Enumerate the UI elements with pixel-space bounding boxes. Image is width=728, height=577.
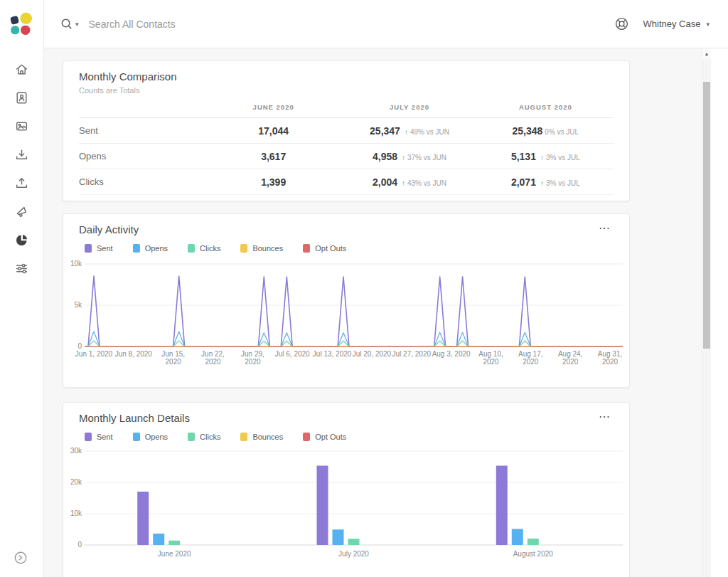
table-row: Clicks1,3992,004↑43% vs JUN2,071↑3% vs J…: [79, 169, 614, 195]
svg-text:Jun 15,2020: Jun 15,2020: [161, 350, 185, 366]
card-subtitle: Counts are Totals: [79, 86, 177, 95]
legend-label: Opt Outs: [315, 244, 346, 253]
user-menu[interactable]: Whitney Case: [643, 18, 701, 29]
metric-value: 2,071: [511, 176, 536, 188]
svg-text:Jul 6, 2020: Jul 6, 2020: [275, 350, 310, 358]
reports-icon: [14, 233, 29, 248]
svg-text:Aug 31,2020: Aug 31,2020: [598, 350, 622, 366]
contacts-icon: [14, 90, 29, 105]
app-logo[interactable]: [9, 11, 36, 38]
metric-cell: 5,131↑3% vs JUL: [478, 151, 614, 162]
legend-item-bounces[interactable]: Bounces: [240, 433, 283, 441]
metric-cell: 3,617: [205, 151, 341, 162]
legend-item-opt-outs[interactable]: Opt Outs: [303, 244, 346, 253]
legend-item-opens[interactable]: Opens: [133, 244, 168, 253]
legend-item-sent[interactable]: Sent: [85, 244, 113, 253]
svg-text:Aug 17,2020: Aug 17,2020: [518, 350, 542, 366]
more-menu-icon[interactable]: ⋯: [596, 412, 614, 422]
legend-item-clicks[interactable]: Clicks: [188, 433, 220, 441]
sidebar-item-campaigns[interactable]: [14, 118, 31, 134]
sidebar-nav: [14, 61, 31, 276]
svg-text:10k: 10k: [70, 509, 82, 517]
search-placeholder: Search All Contacts: [89, 18, 176, 30]
svg-text:Jun 22,2020: Jun 22,2020: [201, 350, 225, 366]
row-label: Sent: [79, 125, 205, 136]
metric-change: 3% vs JUL: [546, 154, 580, 162]
svg-text:Aug 3, 2020: Aug 3, 2020: [432, 350, 471, 358]
svg-text:Jun 29,2020: Jun 29,2020: [241, 350, 264, 366]
monthly-launch-bar-chart[interactable]: 010k20k30kJune 2020July 2020August 2020: [63, 444, 629, 572]
main-content: Monthly Comparison Counts are Totals JUN…: [44, 48, 728, 577]
svg-text:Jul 27, 2020: Jul 27, 2020: [392, 350, 432, 358]
legend-label: Bounces: [252, 244, 283, 253]
sidebar-item-settings-sliders[interactable]: [14, 260, 31, 276]
sidebar: [0, 0, 44, 577]
daily-activity-line-chart[interactable]: 05k10kJun 1, 2020Jun 8, 2020Jun 15,2020J…: [63, 255, 629, 375]
metric-cell: 2,071↑3% vs JUL: [478, 176, 614, 188]
legend-swatch-icon: [240, 244, 247, 253]
metric-value: 25,347: [370, 125, 400, 137]
metric-change: 0% vs JUL: [545, 128, 579, 136]
metric-cell: 2,004↑43% vs JUN: [341, 176, 477, 188]
legend-item-opt-outs[interactable]: Opt Outs: [303, 433, 346, 441]
daily-activity-card: Daily Activity ⋯ SentOpensClicksBouncesO…: [63, 213, 630, 388]
trend-up-icon: ↑: [405, 128, 408, 136]
search-icon: [60, 17, 73, 31]
sidebar-item-announcements[interactable]: [14, 203, 31, 219]
sidebar-item-download[interactable]: [14, 147, 31, 162]
svg-text:5k: 5k: [74, 301, 82, 309]
help-icon[interactable]: [614, 16, 629, 31]
search-input[interactable]: ▾ Search All Contacts: [60, 17, 176, 31]
metric-value: 17,044: [258, 125, 289, 137]
collapse-sidebar-icon[interactable]: [13, 550, 28, 568]
sidebar-item-reports[interactable]: [14, 232, 31, 248]
svg-text:10k: 10k: [70, 260, 82, 268]
legend-item-bounces[interactable]: Bounces: [240, 244, 283, 253]
svg-text:Jun 1, 2020: Jun 1, 2020: [75, 350, 113, 358]
table-row: Opens3,6174,958↑37% vs JUN5,131↑3% vs JU…: [79, 144, 614, 169]
metric-value: 4,958: [373, 151, 397, 162]
chart-legend: SentOpensClicksBouncesOpt Outs: [63, 235, 629, 253]
monthly-comparison-card: Monthly Comparison Counts are Totals JUN…: [63, 60, 630, 201]
row-label: Opens: [79, 151, 205, 162]
metric-cell: 1,399: [205, 176, 341, 188]
metric-value: 3,617: [261, 151, 286, 162]
legend-item-clicks[interactable]: Clicks: [188, 244, 220, 253]
metric-change: 3% vs JUL: [546, 179, 580, 187]
trend-up-icon: ↑: [540, 154, 544, 162]
legend-label: Clicks: [200, 244, 220, 253]
scroll-up-arrow-icon[interactable]: ▲: [702, 48, 711, 59]
metric-cell: 4,958↑37% vs JUN: [341, 151, 477, 162]
legend-swatch-icon: [85, 433, 92, 441]
more-menu-icon[interactable]: ⋯: [596, 223, 614, 233]
svg-text:Jun 8, 2020: Jun 8, 2020: [115, 350, 153, 358]
search-scope-caret-icon[interactable]: ▾: [75, 21, 79, 28]
legend-swatch-icon: [188, 244, 195, 253]
metric-value: 1,399: [261, 176, 286, 188]
legend-label: Opens: [145, 433, 168, 441]
sidebar-item-contacts[interactable]: [14, 90, 31, 105]
svg-text:Jul 20, 2020: Jul 20, 2020: [353, 350, 392, 358]
announcements-icon: [14, 204, 29, 219]
sidebar-item-upload[interactable]: [14, 175, 31, 191]
metric-cell: 25,3480% vs JUL: [478, 125, 614, 137]
metric-change: 37% vs JUN: [407, 154, 446, 162]
scrollbar-thumb[interactable]: [703, 82, 710, 349]
svg-text:July 2020: July 2020: [338, 550, 369, 558]
row-label: Clicks: [79, 176, 205, 187]
metric-change: 43% vs JUN: [407, 179, 446, 187]
user-menu-caret-icon[interactable]: ▾: [706, 21, 710, 28]
vertical-scrollbar[interactable]: ▲: [702, 48, 711, 577]
legend-label: Sent: [97, 244, 113, 253]
legend-label: Bounces: [252, 433, 283, 441]
legend-item-opens[interactable]: Opens: [133, 433, 168, 441]
upload-icon: [14, 176, 29, 191]
legend-item-sent[interactable]: Sent: [85, 433, 113, 441]
trend-up-icon: ↑: [402, 154, 405, 162]
sidebar-item-home[interactable]: [14, 61, 31, 77]
column-header: JULY 2020: [341, 103, 477, 111]
svg-text:August 2020: August 2020: [513, 550, 554, 558]
topbar: ▾ Search All Contacts Whitney Case ▾: [44, 0, 728, 48]
svg-text:0: 0: [77, 541, 82, 549]
svg-text:Aug 10,2020: Aug 10,2020: [478, 350, 503, 366]
